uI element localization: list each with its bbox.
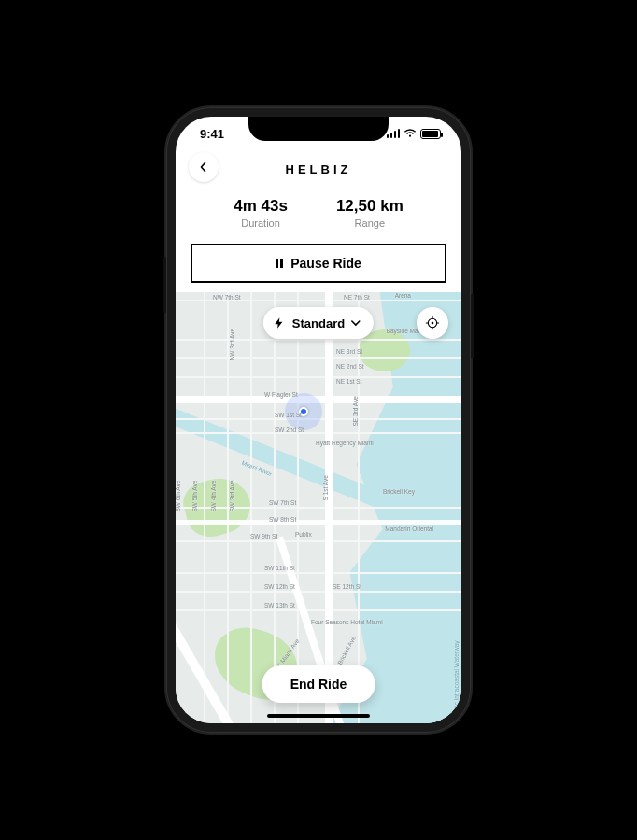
stat-range-label: Range <box>336 217 403 229</box>
map-label: Mandarin Oriental <box>385 525 433 532</box>
map-label: SW 12th St <box>264 583 295 590</box>
map-label: SW 13th St <box>264 602 295 609</box>
map-label: Four Seasons Hotel Miami <box>311 619 383 625</box>
end-ride-button[interactable]: End Ride <box>262 665 375 703</box>
map-label: NE 3rd St <box>336 348 362 355</box>
map-label: SE 3rd Ave <box>352 396 359 426</box>
map-label: Hyatt Regency Miami <box>316 440 374 446</box>
stat-duration-value: 4m 43s <box>234 197 288 216</box>
stat-duration: 4m 43s Duration <box>234 197 288 229</box>
wifi-icon <box>403 129 417 138</box>
map-label: Publix <box>295 531 312 538</box>
ride-stats: 4m 43s Duration 12,50 km Range <box>176 188 461 240</box>
back-button[interactable] <box>189 152 219 182</box>
battery-icon <box>420 129 441 139</box>
map-label: SW 5th Ave <box>191 481 198 512</box>
screen: 9:41 HELBIZ 4m 43s Duration 12,50 km <box>176 117 461 723</box>
map-label: Arena <box>395 292 411 299</box>
pause-icon <box>276 259 283 268</box>
end-ride-label: End Ride <box>290 677 347 692</box>
pause-ride-button[interactable]: Pause Ride <box>191 244 446 283</box>
pause-ride-label: Pause Ride <box>290 256 361 271</box>
map-label: Brickell Key <box>383 488 415 495</box>
notch <box>248 117 389 141</box>
home-indicator[interactable] <box>267 714 370 718</box>
status-right <box>387 129 442 139</box>
map-label: SW 8th St <box>269 516 296 523</box>
stat-range-value: 12,50 km <box>336 197 403 216</box>
map-label: SE 12th St <box>333 583 361 590</box>
map-label: SW 2nd St <box>275 427 304 433</box>
map-label: NW 7th St <box>213 294 241 301</box>
map-label: NE 2nd St <box>336 363 364 370</box>
svg-point-1 <box>432 322 434 325</box>
map-label: W Flagler St <box>264 391 298 398</box>
phone-frame: 9:41 HELBIZ 4m 43s Duration 12,50 km <box>166 107 471 733</box>
brand-logo: HELBIZ <box>286 162 352 176</box>
map-label: NE 1st St <box>336 378 361 385</box>
chevron-left-icon <box>198 161 209 173</box>
stat-range: 12,50 km Range <box>336 197 403 229</box>
chevron-down-icon <box>351 316 361 330</box>
ride-mode-selector[interactable]: Standard <box>263 307 374 339</box>
map-label: SW 4th Ave <box>210 481 217 512</box>
status-time: 9:41 <box>200 127 224 141</box>
map-label: SW 9th St <box>250 533 277 539</box>
map-label: Brickell Ave <box>336 635 357 665</box>
crosshair-icon <box>425 315 440 330</box>
cellular-icon <box>387 129 401 138</box>
map-label: S 1st Ave <box>322 475 329 500</box>
map-view[interactable]: NW 7th St NE 7th St Arena Bayside Market… <box>176 292 461 723</box>
bolt-icon <box>273 316 286 329</box>
map-label: SW 11th St <box>264 565 295 571</box>
stat-duration-label: Duration <box>234 217 288 229</box>
header: HELBIZ <box>176 150 461 188</box>
recenter-button[interactable] <box>417 307 448 339</box>
map-label: SW 7th St <box>269 499 296 506</box>
map-label: SW 6th Ave <box>176 481 181 512</box>
map-label: SW 1st St <box>275 412 302 418</box>
ride-mode-label: Standard <box>292 316 345 330</box>
map-label: Atlantic Intracoastal Waterway <box>453 641 460 722</box>
map-label: NE 7th St <box>344 294 370 301</box>
map-label: SW 3rd Ave <box>229 480 235 511</box>
map-label: NW 3rd Ave <box>229 329 235 361</box>
